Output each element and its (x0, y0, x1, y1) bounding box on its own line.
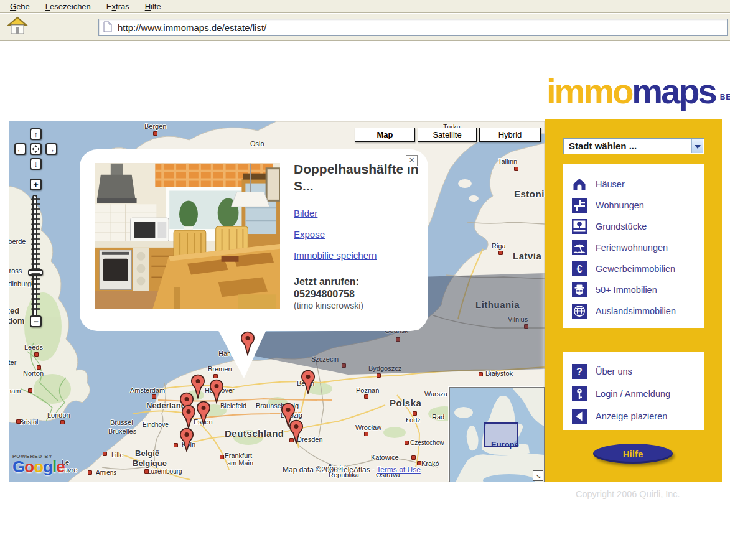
logo-immo: immo (546, 72, 632, 111)
pan-center-button[interactable] (30, 143, 42, 155)
property-marker[interactable] (289, 419, 304, 444)
map-attribution: Map data ©2006 TeleAtlas - Terms of Use (283, 465, 421, 474)
city-dot (34, 352, 39, 357)
city-select[interactable]: Stadt wählen ... (563, 138, 704, 154)
sidebar-item-anzeige-plazieren[interactable]: Anzeige plazieren (563, 405, 704, 427)
selected-property-marker[interactable] (240, 331, 255, 356)
map-label: Latvia (513, 251, 541, 261)
map-label: België (135, 449, 159, 458)
key-icon (572, 386, 587, 401)
zoom-tick (31, 303, 40, 305)
sidebar-item-wohnungen[interactable]: Wohnungen (563, 195, 704, 216)
svg-text:?: ? (576, 366, 583, 377)
zoom-tick (31, 213, 40, 215)
map-label: am Main (227, 459, 253, 467)
map-label: Wrocław (355, 424, 381, 431)
zoom-tick (31, 228, 40, 230)
city-dot (16, 419, 21, 424)
terms-of-use-link[interactable]: Terms of Use (377, 465, 421, 474)
city-dot (364, 394, 368, 399)
zoom-tick (31, 258, 40, 260)
zoom-tick (31, 308, 40, 310)
property-title: Doppelhaushälfte in S... (294, 161, 421, 195)
property-marker[interactable] (179, 427, 194, 452)
pan-right-button[interactable] (45, 143, 57, 155)
sidebar-item-label: Gewerbeimmobilien (596, 264, 675, 274)
map-label: Belgique (133, 459, 167, 468)
map-label: Poznań (356, 386, 379, 394)
sidebar-item-häuser[interactable]: Häuser (563, 174, 704, 195)
map-label: Rad (432, 413, 444, 421)
question-icon: ? (572, 364, 587, 379)
apartment-icon (572, 198, 587, 213)
property-marker[interactable] (181, 404, 196, 429)
city-dot (377, 373, 381, 378)
beach-umbrella-icon (572, 240, 587, 255)
map-label: Tallinn (498, 157, 517, 165)
info-link-immobilie-speichern[interactable]: Immobilie speichern (294, 250, 377, 261)
zoom-tick (31, 223, 40, 225)
sidebar-item-gewerbeimmobilien[interactable]: €Gewerbeimmobilien (563, 258, 704, 279)
map-label: Polska (390, 398, 421, 408)
property-marker[interactable] (209, 379, 224, 404)
info-window: Doppelhaushälfte in S... Jetzt anrufen: … (80, 149, 428, 331)
google-logo[interactable]: POWERED BY Google (12, 454, 65, 474)
menu-lesezeichen[interactable]: Lesezeichen (45, 2, 91, 11)
pan-down-button[interactable] (30, 158, 42, 170)
info-link-bilder[interactable]: Bilder (294, 208, 317, 218)
map-label: Bruxelles (108, 427, 136, 435)
zoom-out-button[interactable] (30, 315, 42, 327)
overview-collapse-icon[interactable] (533, 470, 543, 481)
zoom-in-button[interactable] (30, 179, 42, 190)
house-icon (572, 177, 587, 192)
zoom-tick (31, 243, 40, 245)
sidebar-item-label: Wohnungen (596, 200, 644, 210)
map-type-satellite[interactable]: Satellite (418, 128, 477, 142)
zoom-tick (31, 298, 40, 300)
sidebar-item-login-anmeldung[interactable]: Login / Anmeldung (563, 383, 704, 405)
city-dot (88, 470, 92, 475)
sidebar-item-label: Login / Anmeldung (596, 389, 670, 399)
sidebar-item-auslandsimmobilien[interactable]: Auslandsimmobilien (563, 301, 704, 322)
pan-left-button[interactable] (14, 143, 26, 155)
sidebar-item-grundstücke[interactable]: Grundstücke (563, 216, 704, 237)
property-marker[interactable] (301, 370, 316, 394)
menu-gehe[interactable]: Gehe (10, 2, 30, 11)
beta-badge: BETA (720, 93, 730, 101)
zoom-tick (31, 208, 40, 210)
map-type-hybrid[interactable]: Hybrid (479, 128, 541, 142)
zoom-tick (31, 288, 40, 290)
zoom-tick (31, 218, 40, 220)
map-label: ster (9, 358, 16, 366)
pan-up-button[interactable] (30, 128, 42, 140)
map-type-map[interactable]: Map (355, 128, 415, 142)
overview-map[interactable]: Europe (449, 387, 545, 482)
url-bar[interactable]: http://www.immomaps.de/estate/list/ (98, 19, 728, 36)
attribution-text: Map data ©2006 TeleAtlas - (283, 465, 375, 474)
map-label: Deutschland (225, 428, 284, 439)
menu-extras[interactable]: Extras (106, 2, 129, 11)
city-dot (498, 251, 503, 255)
phone-number: 05294800758 (294, 289, 355, 300)
menu-hilfe[interactable]: Hilfe (145, 2, 161, 11)
map-canvas[interactable]: BergenOsloTurkuTallinnEstoniaRigaLatviaL… (9, 121, 545, 482)
google-wordmark: Google (12, 459, 65, 474)
globe-icon (572, 304, 587, 319)
sidebar-item-50+-immobilien[interactable]: 50+ Immobilien (563, 279, 704, 301)
sidebar-item-über-uns[interactable]: ?Über uns (563, 360, 704, 383)
map-label: Bielefeld (220, 402, 246, 409)
svg-text:€: € (577, 264, 583, 274)
map-label: Aberde (9, 238, 26, 245)
property-marker[interactable] (196, 401, 211, 426)
map-label: Amsterdam (130, 386, 165, 394)
zoom-tick (31, 203, 40, 205)
map-label: London (47, 411, 70, 419)
help-button[interactable]: Hilfe (593, 444, 673, 464)
info-link-expose[interactable]: Expose (294, 229, 325, 240)
map-label: Estonia (514, 189, 545, 199)
close-icon[interactable]: ✕ (406, 155, 418, 166)
map-label: Leeds (24, 343, 43, 351)
home-icon[interactable] (6, 16, 30, 38)
property-photo[interactable] (95, 163, 280, 309)
sidebar-item-ferienwohnungen[interactable]: Ferienwohnungen (563, 237, 704, 258)
